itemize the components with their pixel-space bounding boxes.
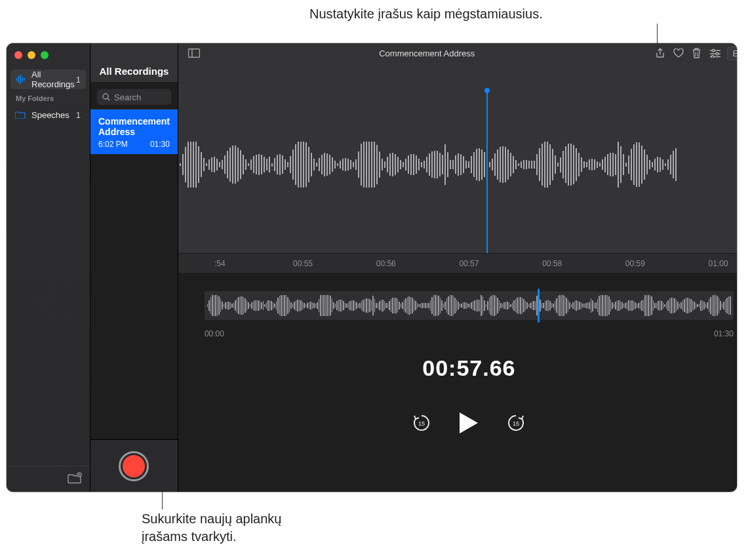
svg-point-15 — [712, 49, 715, 52]
recordings-list-pane: All Recordings Search Commencement Addre… — [90, 43, 178, 492]
share-button[interactable] — [651, 46, 669, 60]
svg-point-19 — [711, 56, 714, 58]
time-ruler[interactable]: :54 00:55 00:56 00:57 00:58 00:59 01:00 — [178, 253, 737, 273]
recording-detail-pane: Commencement Address Edit :54 00:55 00:5… — [178, 43, 737, 492]
window-controls — [7, 43, 90, 67]
svg-point-8 — [103, 94, 108, 99]
sidebar: All Recordings 1 My Folders Speeches 1 — [7, 43, 90, 492]
close-window-button[interactable] — [14, 51, 22, 59]
voice-memos-window: All Recordings 1 My Folders Speeches 1 A… — [7, 43, 737, 492]
play-button[interactable] — [458, 411, 479, 435]
ruler-tick: 00:58 — [511, 259, 594, 268]
skip-forward-button[interactable]: 15 — [505, 412, 526, 433]
ruler-tick: 00:56 — [344, 259, 427, 268]
folder-icon — [14, 111, 26, 119]
overview-playhead[interactable] — [538, 289, 540, 323]
toggle-sidebar-button[interactable] — [185, 46, 203, 60]
detail-title: Commencement Address — [203, 49, 651, 58]
annotation-favorite: Nustatykite įrašus kaip mėgstamiausius. — [309, 5, 729, 23]
recording-duration: 01:30 — [150, 140, 170, 149]
playback-time: 00:57.66 — [178, 355, 737, 381]
titlebar: Commencement Address Edit — [178, 43, 737, 63]
svg-rect-10 — [188, 49, 199, 58]
new-folder-button[interactable] — [68, 472, 82, 487]
edit-button[interactable]: Edit — [727, 47, 737, 60]
sidebar-item-speeches[interactable]: Speeches 1 — [7, 105, 90, 125]
annotation-new-folder: Sukurkite naujų aplankų įrašams tvarkyti… — [142, 510, 281, 546]
recording-list-item[interactable]: Commencement Address 6:02 PM 01:30 — [90, 110, 178, 154]
sidebar-footer — [7, 466, 90, 492]
delete-button[interactable] — [688, 46, 706, 60]
ruler-tick: 01:00 — [677, 259, 737, 268]
annotation-leader — [162, 491, 163, 510]
sidebar-item-count: 1 — [76, 75, 81, 85]
waveform-icon — [16, 75, 26, 84]
playback-controls: 15 15 — [178, 411, 737, 435]
overview-start-label: 00:00 — [205, 329, 224, 338]
record-button[interactable] — [119, 451, 149, 481]
sidebar-item-all-recordings[interactable]: All Recordings 1 — [10, 70, 86, 89]
svg-point-17 — [716, 52, 719, 55]
sidebar-item-label: Speeches — [31, 110, 69, 120]
waveform-overview[interactable] — [178, 273, 737, 325]
ruler-tick: 00:57 — [427, 259, 511, 268]
ruler-tick: 00:59 — [594, 259, 677, 268]
record-icon — [123, 455, 145, 477]
search-placeholder: Search — [114, 92, 141, 102]
recording-time: 6:02 PM — [98, 140, 128, 149]
options-button[interactable] — [706, 46, 724, 60]
ruler-tick: :54 — [178, 259, 262, 268]
sidebar-folders-header: My Folders — [7, 89, 90, 105]
svg-marker-21 — [460, 412, 478, 433]
sidebar-item-label: All Recordings — [31, 70, 76, 89]
sidebar-list: All Recordings 1 My Folders Speeches 1 — [7, 67, 90, 466]
search-icon — [102, 93, 110, 101]
favorite-button[interactable] — [669, 46, 688, 60]
recording-title: Commencement Address — [98, 116, 170, 137]
search-input[interactable]: Search — [97, 89, 171, 105]
record-footer — [90, 439, 178, 492]
overview-labels: 00:00 01:30 — [178, 325, 737, 338]
minimize-window-button[interactable] — [28, 51, 35, 59]
search-wrap: Search — [90, 83, 178, 110]
zoom-window-button[interactable] — [41, 51, 49, 59]
svg-text:15: 15 — [513, 420, 519, 427]
skip-back-button[interactable]: 15 — [411, 412, 432, 433]
playhead[interactable] — [486, 90, 488, 257]
waveform-main[interactable] — [178, 63, 737, 253]
svg-line-9 — [108, 98, 109, 100]
svg-text:15: 15 — [418, 420, 425, 427]
sidebar-item-count: 1 — [76, 110, 81, 120]
overview-end-label: 01:30 — [714, 329, 734, 338]
ruler-tick: 00:55 — [262, 259, 345, 268]
recordings-list-title: All Recordings — [90, 43, 178, 83]
